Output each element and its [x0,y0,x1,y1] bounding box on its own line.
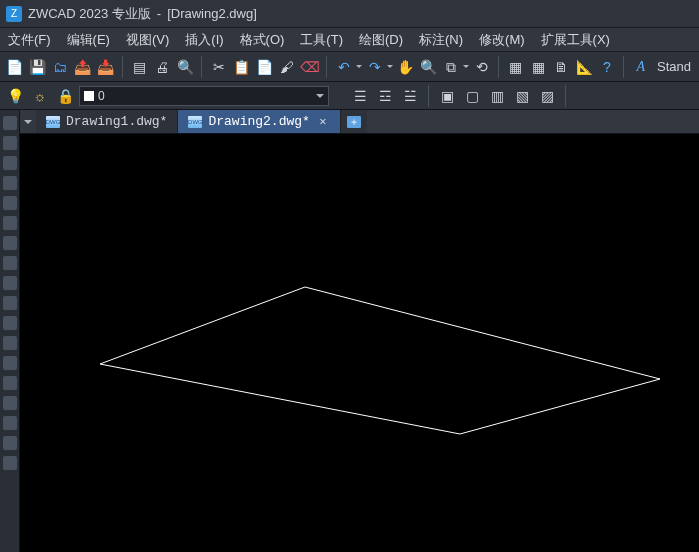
eraser-icon: ⌫ [300,60,320,74]
pan-button[interactable]: ✋ [395,56,416,78]
import-button[interactable]: 📥 [95,56,116,78]
vtool10[interactable] [3,296,17,310]
vtool18[interactable] [3,456,17,470]
ungroup-button[interactable]: ▧ [511,85,533,107]
layer-props-button[interactable]: 💡 [4,85,26,107]
redo-button[interactable]: ↷ [364,56,385,78]
vtool1[interactable] [3,116,17,130]
insert-button[interactable]: ▢ [461,85,483,107]
dist-button[interactable]: 📐 [574,56,595,78]
tab-menu-dropdown[interactable] [20,110,36,133]
vtool9[interactable] [3,276,17,290]
new-tab-button[interactable]: ＋ [341,110,367,133]
vtool8[interactable] [3,256,17,270]
new-button[interactable]: 📄 [4,56,25,78]
block-button[interactable]: ▣ [436,85,458,107]
export-button[interactable]: 📤 [72,56,93,78]
plus-icon: ＋ [347,116,361,128]
vtool15[interactable] [3,396,17,410]
zoom-dropdown[interactable] [463,56,469,78]
insert-icon: ▢ [466,89,479,103]
document-tab-active[interactable]: DWG Drawing2.dwg* ✕ [178,110,340,133]
menu-modify[interactable]: 修改(M) [471,28,533,52]
group-button[interactable]: ▥ [486,85,508,107]
drawing-canvas[interactable] [20,134,699,552]
help-button[interactable]: ? [597,56,618,78]
layer-iso-button[interactable]: ☰ [349,85,371,107]
cut-button[interactable]: ✂ [208,56,229,78]
menu-extend-tools[interactable]: 扩展工具(X) [533,28,618,52]
bulb-icon: 💡 [7,89,24,103]
toolbar-separator [201,56,202,78]
toolbar-separator [428,85,429,107]
layer-uniso-button[interactable]: ☲ [374,85,396,107]
undo-dropdown[interactable] [356,56,362,78]
redo-dropdown[interactable] [387,56,393,78]
menu-edit[interactable]: 编辑(E) [59,28,118,52]
layer-lock-button[interactable]: 🔒 [54,85,76,107]
menu-format[interactable]: 格式(O) [232,28,293,52]
vtool6[interactable] [3,216,17,230]
layers-icon: ☰ [354,89,367,103]
vtool13[interactable] [3,356,17,370]
menu-insert[interactable]: 插入(I) [177,28,231,52]
toolbar-separator [326,56,327,78]
vtool12[interactable] [3,336,17,350]
window-title-sep: - [157,6,161,21]
sun-icon: ☼ [34,89,47,103]
document-tab[interactable]: DWG Drawing1.dwg* [36,110,178,133]
saveall-icon: 🗂 [53,60,67,74]
toolbar-separator [565,85,566,107]
layer-prev-button[interactable]: ☱ [399,85,421,107]
layout-icon: ▤ [133,60,146,74]
menu-dimension[interactable]: 标注(N) [411,28,471,52]
zoom-prev-icon: ⟲ [476,60,488,74]
menu-file[interactable]: 文件(F) [0,28,59,52]
plot-button[interactable]: 🖨 [152,56,173,78]
menu-view[interactable]: 视图(V) [118,28,177,52]
vtool7[interactable] [3,236,17,250]
vtool2[interactable] [3,136,17,150]
tab-close-button[interactable]: ✕ [316,115,330,129]
save-button[interactable]: 💾 [27,56,48,78]
document-tabs: DWG Drawing1.dwg* DWG Drawing2.dwg* ✕ ＋ [20,110,699,134]
sheet-icon: 🗎 [554,60,568,74]
grid-button[interactable]: ▦ [528,56,549,78]
textstyle-icon: A [636,60,645,74]
layout-button[interactable]: ▤ [129,56,150,78]
xref-button[interactable]: 🗎 [551,56,572,78]
vtool4[interactable] [3,176,17,190]
ruler-icon: 📐 [576,60,593,74]
brush-icon: 🖌 [280,60,294,74]
zoom-realtime-button[interactable]: 🔍 [418,56,439,78]
menu-draw[interactable]: 绘图(D) [351,28,411,52]
zoom-window-button[interactable]: ⧉ [441,56,462,78]
layer-combo[interactable]: 0 [79,86,329,106]
zoom-prev-button[interactable]: ⟲ [471,56,492,78]
vtool17[interactable] [3,436,17,450]
vtool5[interactable] [3,196,17,210]
hand-icon: ✋ [397,60,414,74]
table-button[interactable]: ▦ [505,56,526,78]
new-file-icon: 📄 [6,60,23,74]
erase-button[interactable]: ⌫ [300,56,321,78]
matchprop-button[interactable]: 🖌 [277,56,298,78]
vtool16[interactable] [3,416,17,430]
layer-freeze-button[interactable]: ☼ [29,85,51,107]
undo-button[interactable]: ↶ [333,56,354,78]
layers2-icon: ☲ [379,89,392,103]
menu-tools[interactable]: 工具(T) [292,28,351,52]
vtool11[interactable] [3,316,17,330]
textstyle-button[interactable]: A [630,56,651,78]
save-icon: 💾 [29,60,46,74]
vtool3[interactable] [3,156,17,170]
saveall-button[interactable]: 🗂 [50,56,71,78]
paste-button[interactable]: 📄 [254,56,275,78]
attach-button[interactable]: ▨ [536,85,558,107]
preview-icon: 🔍 [177,60,194,74]
vtool14[interactable] [3,376,17,390]
copy-button[interactable]: 📋 [231,56,252,78]
preview-button[interactable]: 🔍 [175,56,196,78]
app-icon: Z [6,6,22,22]
menubar: 文件(F) 编辑(E) 视图(V) 插入(I) 格式(O) 工具(T) 绘图(D… [0,28,699,52]
